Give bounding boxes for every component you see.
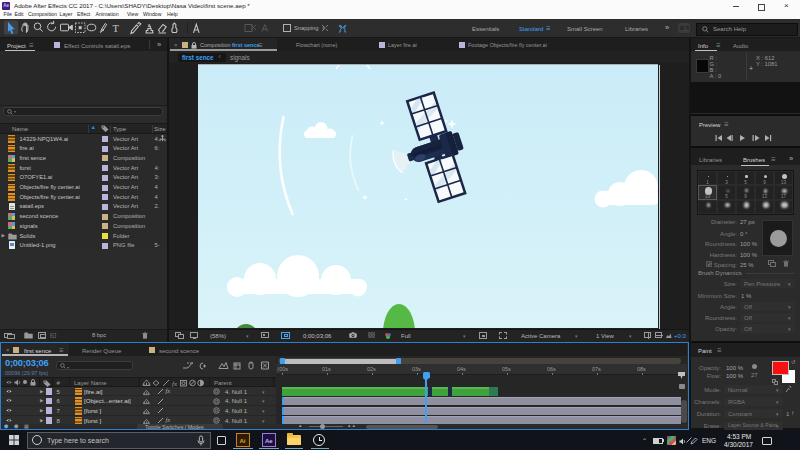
svg-text:T: T [113, 23, 120, 34]
svg-text:fx: fx [172, 380, 178, 387]
svg-text:Snapping: Snapping [294, 25, 319, 31]
